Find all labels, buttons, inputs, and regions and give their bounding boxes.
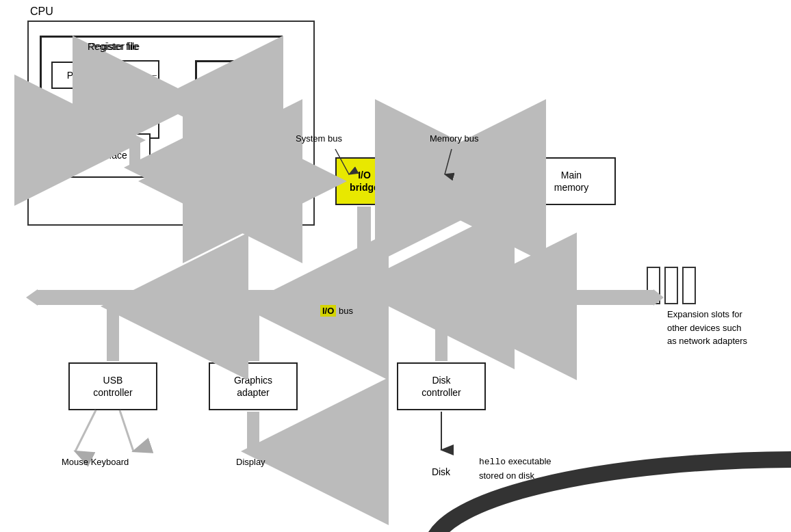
svg-marker-21 bbox=[26, 289, 38, 306]
register-file-label: Register file bbox=[88, 41, 138, 52]
expansion-slots-graphic bbox=[647, 267, 696, 304]
display-label: Display bbox=[236, 457, 265, 467]
alu-box: ALU bbox=[195, 60, 257, 139]
system-bus-label: System bus bbox=[296, 133, 342, 145]
graphics-adapter-box: Graphicsadapter bbox=[209, 362, 298, 410]
register-file-box bbox=[108, 60, 159, 139]
svg-line-32 bbox=[445, 149, 452, 174]
main-memory-box: Mainmemory bbox=[527, 157, 616, 205]
memory-bus-label: Memory bus bbox=[430, 133, 479, 145]
pc-box: PC bbox=[51, 62, 96, 89]
usb-controller-box: USBcontroller bbox=[68, 362, 157, 410]
io-bus-label: I/O bus bbox=[320, 306, 353, 316]
bus-interface-box: Bus interface bbox=[48, 133, 151, 178]
mouse-keyboard-label: Mouse Keyboard bbox=[62, 457, 129, 467]
svg-line-27 bbox=[75, 410, 96, 451]
io-bridge-box: I/Obridge bbox=[335, 157, 393, 205]
io-bridge-label: I/Obridge bbox=[350, 169, 379, 194]
cpu-label: CPU bbox=[30, 5, 53, 18]
diagram: CPU Register file PC ALU Bus interface I… bbox=[0, 0, 791, 532]
expansion-slots-label: Expansion slots forother devices suchas … bbox=[667, 308, 747, 348]
hello-disk-label: hello executablestored on disk bbox=[479, 455, 552, 482]
svg-line-28 bbox=[120, 410, 133, 451]
disk-shape: Disk bbox=[409, 451, 474, 496]
disk-controller-box: Diskcontroller bbox=[397, 362, 486, 410]
